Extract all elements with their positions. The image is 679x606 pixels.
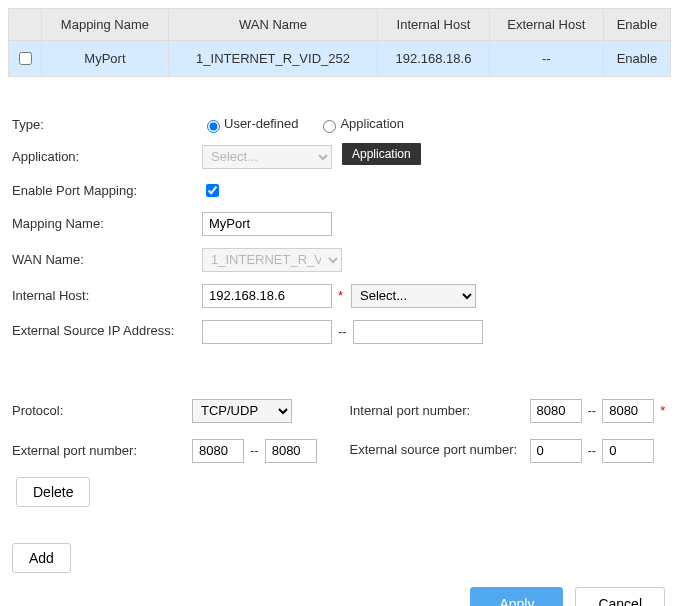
cell-ehost: -- <box>489 41 603 77</box>
th-ehost: External Host <box>489 9 603 41</box>
ext-port-a[interactable] <box>192 439 244 463</box>
label-protocol: Protocol: <box>12 403 192 418</box>
row-checkbox[interactable] <box>19 52 32 65</box>
th-wan: WAN Name <box>168 9 377 41</box>
add-button[interactable]: Add <box>12 543 71 573</box>
int-port-a[interactable] <box>530 399 582 423</box>
label-int-port: Internal port number: <box>350 403 530 418</box>
label-mapping-name: Mapping Name: <box>12 216 202 231</box>
protocol-select[interactable]: TCP/UDP <box>192 399 292 423</box>
radio-application-label[interactable]: Application <box>318 116 404 133</box>
label-application: Application: <box>12 149 202 164</box>
th-enable: Enable <box>603 9 670 41</box>
label-wan-name: WAN Name: <box>12 252 202 267</box>
mapping-table: Mapping Name WAN Name Internal Host Exte… <box>8 8 671 77</box>
label-ext-src-ip: External Source IP Address: <box>12 323 202 340</box>
wan-name-select: 1_INTERNET_R_VI <box>202 248 342 272</box>
cell-wan: 1_INTERNET_R_VID_252 <box>168 41 377 77</box>
th-checkbox <box>9 9 42 41</box>
cell-mapping: MyPort <box>42 41 169 77</box>
radio-user-defined-label[interactable]: User-defined <box>202 116 298 133</box>
label-enable-mapping: Enable Port Mapping: <box>12 183 202 198</box>
application-select: Select... <box>202 145 332 169</box>
ext-src-ip-a[interactable] <box>202 320 332 344</box>
application-tooltip: Application <box>342 143 421 165</box>
th-ihost: Internal Host <box>378 9 490 41</box>
ext-src-ip-b[interactable] <box>353 320 483 344</box>
dash-icon <box>336 324 349 339</box>
radio-user-defined[interactable] <box>207 120 220 133</box>
table-row[interactable]: MyPort 1_INTERNET_R_VID_252 192.168.18.6… <box>9 41 671 77</box>
delete-button[interactable]: Delete <box>16 477 90 507</box>
apply-button[interactable]: Apply <box>470 587 563 606</box>
internal-host-input[interactable] <box>202 284 332 308</box>
dash-icon <box>248 443 261 458</box>
dash-icon <box>586 443 599 458</box>
label-ext-src-port: External source port number: <box>350 442 530 459</box>
enable-mapping-checkbox[interactable] <box>206 184 219 197</box>
th-mapping: Mapping Name <box>42 9 169 41</box>
label-internal-host: Internal Host: <box>12 288 202 303</box>
radio-application[interactable] <box>323 120 336 133</box>
required-star: * <box>338 288 343 303</box>
ext-port-b[interactable] <box>265 439 317 463</box>
ext-src-port-b[interactable] <box>602 439 654 463</box>
mapping-name-input[interactable] <box>202 212 332 236</box>
internal-host-select[interactable]: Select... <box>351 284 476 308</box>
label-ext-port: External port number: <box>12 443 192 458</box>
ext-src-port-a[interactable] <box>530 439 582 463</box>
cell-ihost: 192.168.18.6 <box>378 41 490 77</box>
cancel-button[interactable]: Cancel <box>575 587 665 606</box>
dash-icon <box>586 403 599 418</box>
required-star: * <box>660 403 665 418</box>
label-type: Type: <box>12 117 202 132</box>
cell-enable: Enable <box>603 41 670 77</box>
int-port-b[interactable] <box>602 399 654 423</box>
